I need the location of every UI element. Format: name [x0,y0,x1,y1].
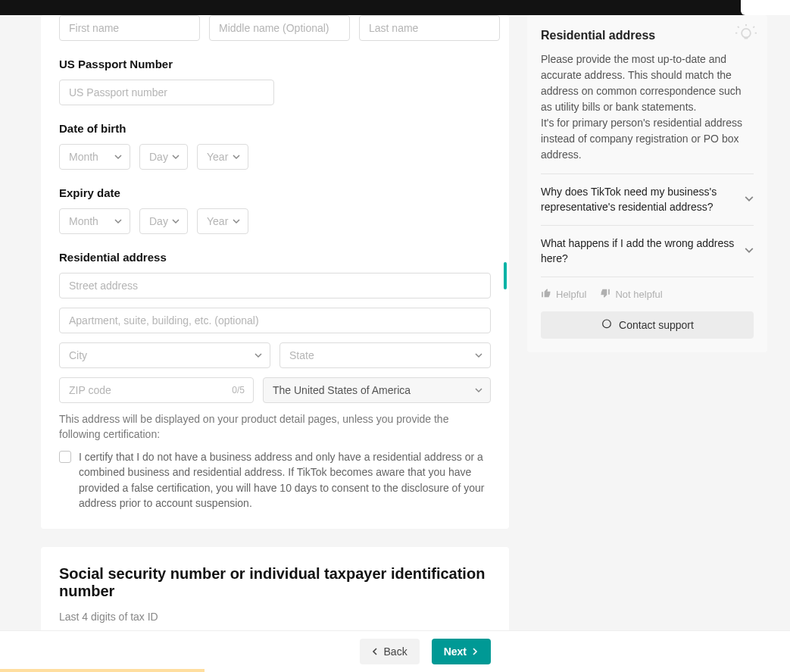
address-note: This address will be displayed on your p… [59,412,491,442]
contact-support-button[interactable]: Contact support [541,311,754,339]
chevron-down-icon [172,217,180,225]
progress-indicator [0,669,205,672]
dob-day-label: Day [149,151,168,163]
state-select[interactable]: State [279,342,491,368]
street-address-field[interactable] [59,273,491,298]
not-helpful-button[interactable]: Not helpful [600,288,662,301]
country-select[interactable]: The United States of America [263,377,491,403]
back-button[interactable]: Back [360,639,420,664]
section-anchor-indicator [504,262,507,289]
expiry-day-label: Day [149,215,168,227]
expiry-year-label: Year [207,215,228,227]
footer-bar: Back Next [0,630,790,672]
passport-heading: US Passport Number [59,58,491,70]
dob-heading: Date of birth [59,122,491,135]
expiry-year-select[interactable]: Year [197,208,248,234]
thumbs-down-icon [600,288,610,301]
help-panel: Residential address Please provide the m… [527,15,767,352]
chevron-down-icon [254,352,262,359]
chevron-down-icon [745,192,754,208]
chevron-down-icon [114,217,122,225]
chevron-down-icon [475,386,482,394]
zip-counter: 0/5 [232,385,245,395]
identity-card: US Passport Number Date of birth Month D… [41,15,509,529]
address-heading: Residential address [59,251,491,264]
zip-field[interactable] [59,377,254,403]
apt-field[interactable] [59,308,491,333]
back-label: Back [384,645,407,658]
svg-point-0 [742,29,751,38]
chevron-down-icon [233,153,240,161]
chevron-down-icon [233,217,240,225]
helpful-button[interactable]: Helpful [541,288,586,301]
help-title: Residential address [541,29,754,42]
country-label: The United States of America [273,384,411,396]
expiry-month-label: Month [69,215,98,227]
chevron-down-icon [475,352,482,359]
chevron-left-icon [372,648,379,655]
expiry-heading: Expiry date [59,186,491,199]
faq-1-text: Why does TikTok need my business's repre… [541,186,717,213]
city-label: City [69,349,87,361]
state-label: State [289,349,314,361]
helpful-label: Helpful [556,289,586,300]
last-name-field[interactable] [359,15,500,41]
dob-month-label: Month [69,151,98,163]
help-body-1: Please provide the most up-to-date and a… [541,53,742,113]
chevron-right-icon [471,648,479,655]
chevron-down-icon [172,153,180,161]
help-body-2: It's for primary person's residential ad… [541,117,742,161]
tax-heading: Social security number or individual tax… [59,547,491,600]
tax-sub: Last 4 digits of tax ID [59,611,491,623]
expiry-month-select[interactable]: Month [59,208,130,234]
middle-name-field[interactable] [209,15,350,41]
chat-icon [601,318,613,333]
dob-year-label: Year [207,151,228,163]
not-helpful-label: Not helpful [615,289,662,300]
next-label: Next [444,645,467,658]
expiry-day-select[interactable]: Day [139,208,188,234]
thumbs-up-icon [541,288,551,301]
next-button[interactable]: Next [432,639,491,664]
top-bar [0,0,790,15]
faq-item-1[interactable]: Why does TikTok need my business's repre… [541,173,754,225]
certify-checkbox[interactable] [59,451,71,463]
faq-item-2[interactable]: What happens if I add the wrong address … [541,225,754,277]
dob-month-select[interactable]: Month [59,144,130,170]
chevron-down-icon [114,153,122,161]
faq-2-text: What happens if I add the wrong address … [541,237,734,264]
dob-year-select[interactable]: Year [197,144,248,170]
dob-day-select[interactable]: Day [139,144,188,170]
city-select[interactable]: City [59,342,270,368]
first-name-field[interactable] [59,15,200,41]
passport-number-field[interactable] [59,80,274,105]
chevron-down-icon [745,244,754,259]
certify-text: I certify that I do not have a business … [79,449,491,511]
lightbulb-icon [735,24,757,48]
contact-support-label: Contact support [619,319,694,331]
